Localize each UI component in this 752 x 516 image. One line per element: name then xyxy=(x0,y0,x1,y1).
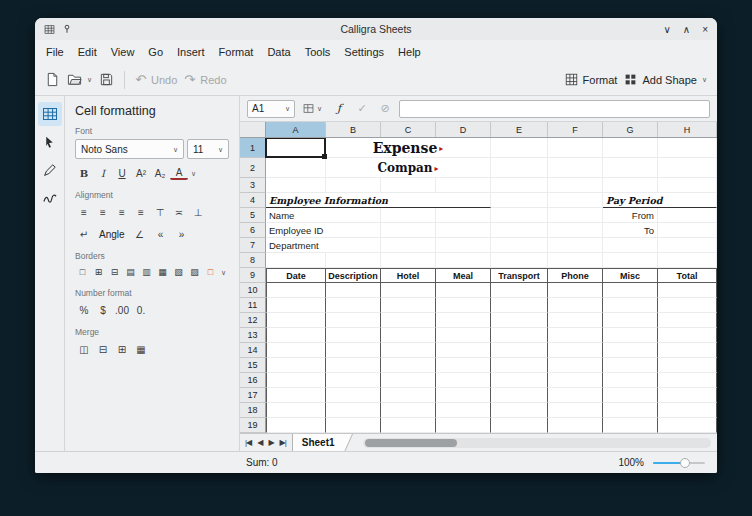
cell-D17[interactable] xyxy=(436,388,491,403)
increase-precision-icon[interactable]: .00 xyxy=(113,301,131,319)
cell-C9[interactable]: Hotel xyxy=(381,268,436,283)
row-header-3[interactable]: 3 xyxy=(240,178,266,193)
column-header-g[interactable]: G xyxy=(603,122,658,137)
cell-H2[interactable] xyxy=(658,158,717,178)
cell-C8[interactable] xyxy=(381,253,436,268)
row-header-4[interactable]: 4 xyxy=(240,193,266,208)
cell-G4[interactable]: Pay Period xyxy=(603,193,717,208)
cell-G9[interactable]: Misc xyxy=(603,268,658,283)
row-header-12[interactable]: 12 xyxy=(240,313,266,328)
cell-E3[interactable] xyxy=(491,178,548,193)
menu-edit[interactable]: Edit xyxy=(71,43,104,61)
unmerge-cells-icon[interactable]: ▦ xyxy=(132,340,150,358)
cell-E8[interactable] xyxy=(491,253,548,268)
cell-B3[interactable] xyxy=(326,178,381,193)
undo-button[interactable]: ↶ Undo xyxy=(135,73,177,86)
cell-E15[interactable] xyxy=(491,358,548,373)
border-top-icon[interactable]: ▤ xyxy=(123,264,138,280)
cell-B2[interactable]: Compan▸ xyxy=(326,158,491,178)
cell-tool-dropdown[interactable]: ∨ xyxy=(300,100,325,118)
chevron-down-icon[interactable]: ∨ xyxy=(191,170,196,177)
cell-formatting-tool[interactable] xyxy=(38,102,62,126)
cell-E9[interactable]: Transport xyxy=(491,268,548,283)
bold-icon[interactable]: B xyxy=(75,164,93,182)
cell-H9[interactable]: Total xyxy=(658,268,717,283)
close-button[interactable]: × xyxy=(702,24,708,35)
menu-settings[interactable]: Settings xyxy=(337,43,391,61)
superscript-icon[interactable]: A² xyxy=(132,164,150,182)
cell-B14[interactable] xyxy=(326,343,381,358)
cell-F17[interactable] xyxy=(548,388,603,403)
cell-B16[interactable] xyxy=(326,373,381,388)
cell-D16[interactable] xyxy=(436,373,491,388)
menu-tools[interactable]: Tools xyxy=(298,43,338,61)
cell-B11[interactable] xyxy=(326,298,381,313)
increase-indent-icon[interactable]: » xyxy=(173,225,191,243)
cell-G6[interactable]: To xyxy=(603,223,658,238)
cell-C18[interactable] xyxy=(381,403,436,418)
font-family-select[interactable]: Noto Sans ∨ xyxy=(75,139,184,159)
row-header-1[interactable]: 1 xyxy=(240,138,266,158)
cell-A1[interactable] xyxy=(266,138,326,158)
cell-B9[interactable]: Description xyxy=(326,268,381,283)
cell-C12[interactable] xyxy=(381,313,436,328)
merge-vertical-icon[interactable]: ⊞ xyxy=(113,340,131,358)
cell-A11[interactable] xyxy=(266,298,326,313)
align-left-icon[interactable]: ≡ xyxy=(75,203,93,221)
cell-D10[interactable] xyxy=(436,283,491,298)
cell-G15[interactable] xyxy=(603,358,658,373)
format-button[interactable]: Format xyxy=(565,73,618,86)
cell-F18[interactable] xyxy=(548,403,603,418)
new-document-button[interactable] xyxy=(45,72,60,87)
cell-F19[interactable] xyxy=(548,418,603,433)
border-color-icon[interactable]: □ xyxy=(203,264,218,280)
percent-format-icon[interactable]: % xyxy=(75,301,93,319)
column-header-c[interactable]: C xyxy=(381,122,436,137)
column-header-e[interactable]: E xyxy=(491,122,548,137)
apply-formula-icon[interactable]: ✓ xyxy=(353,100,371,118)
cell-D6[interactable] xyxy=(436,223,491,238)
italic-icon[interactable]: I xyxy=(94,164,112,182)
border-crossed-icon[interactable]: ▨ xyxy=(187,264,202,280)
zoom-slider[interactable] xyxy=(653,458,705,468)
cell-B13[interactable] xyxy=(326,328,381,343)
row-header-10[interactable]: 10 xyxy=(240,283,266,298)
cell-G12[interactable] xyxy=(603,313,658,328)
cell-G7[interactable] xyxy=(603,238,658,253)
cell-D8[interactable] xyxy=(436,253,491,268)
save-button[interactable] xyxy=(99,72,114,87)
cell-G5[interactable]: From xyxy=(603,208,658,223)
cell-D13[interactable] xyxy=(436,328,491,343)
column-header-h[interactable]: H xyxy=(658,122,717,137)
cell-G3[interactable] xyxy=(603,178,658,193)
cell-D12[interactable] xyxy=(436,313,491,328)
cell-H13[interactable] xyxy=(658,328,717,343)
font-color-icon[interactable]: A xyxy=(170,166,188,180)
cell-A5[interactable]: Name xyxy=(266,208,381,223)
cell-H19[interactable] xyxy=(658,418,717,433)
cell-E7[interactable] xyxy=(491,238,548,253)
cell-H14[interactable] xyxy=(658,343,717,358)
scrollbar-thumb[interactable] xyxy=(365,439,457,447)
cell-C14[interactable] xyxy=(381,343,436,358)
row-header-17[interactable]: 17 xyxy=(240,388,266,403)
horizontal-scrollbar[interactable] xyxy=(363,438,711,448)
cell-A2[interactable] xyxy=(266,158,326,178)
border-inner-icon[interactable]: ▦ xyxy=(155,264,170,280)
cell-A6[interactable]: Employee ID xyxy=(266,223,381,238)
cell-F5[interactable] xyxy=(548,208,603,223)
cell-B12[interactable] xyxy=(326,313,381,328)
cell-A18[interactable] xyxy=(266,403,326,418)
border-vertical-icon[interactable]: ▥ xyxy=(139,264,154,280)
row-header-9[interactable]: 9 xyxy=(240,268,266,283)
cell-C15[interactable] xyxy=(381,358,436,373)
border-horizontal-icon[interactable]: ⊟ xyxy=(107,264,122,280)
cell-B10[interactable] xyxy=(326,283,381,298)
column-header-a[interactable]: A xyxy=(266,122,326,137)
cell-C3[interactable] xyxy=(381,178,436,193)
redo-button[interactable]: ↷ Redo xyxy=(184,73,226,86)
cell-G8[interactable] xyxy=(603,253,658,268)
wrap-text-icon[interactable]: ↵ xyxy=(75,225,93,243)
currency-format-icon[interactable]: $ xyxy=(94,301,112,319)
cell-A15[interactable] xyxy=(266,358,326,373)
